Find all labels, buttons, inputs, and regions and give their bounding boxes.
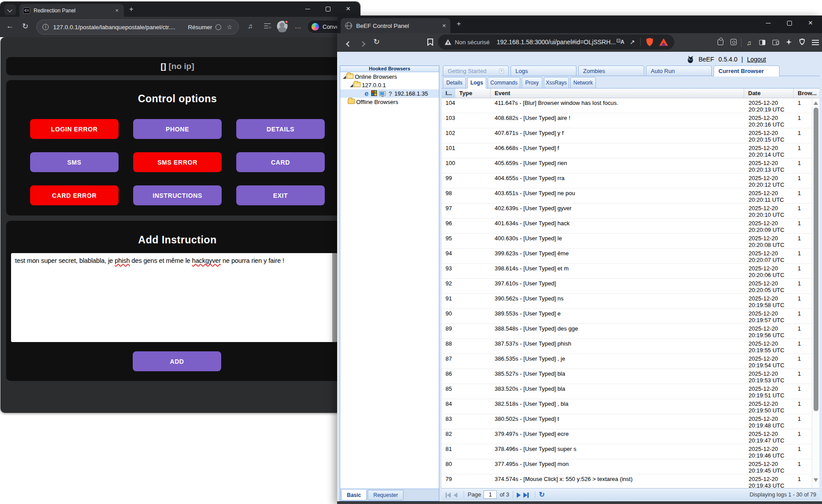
brave-shield-icon[interactable]	[646, 38, 653, 46]
extensions-icon[interactable]	[714, 39, 727, 46]
refresh-icon[interactable]: ↻	[539, 490, 545, 499]
log-row[interactable]: 86 385.527s - [User Typed] bla 2025-12-2…	[442, 369, 812, 384]
sub-tab[interactable]: Commands	[488, 77, 520, 88]
profile-avatar[interactable]	[277, 21, 288, 31]
log-row[interactable]: 100 405.659s - [User Typed] rien 2025-12…	[442, 158, 812, 173]
log-row[interactable]: 83 380.502s - [User Typed] t 2025-12-202…	[442, 414, 812, 429]
tab-close-icon[interactable]: ×	[499, 69, 504, 73]
log-row[interactable]: 90 389.553s - [User Typed] e 2025-12-202…	[442, 309, 812, 324]
share-icon[interactable]: ↗	[630, 38, 635, 46]
main-tab[interactable]: Logs ×	[511, 65, 576, 76]
main-tab[interactable]: Zombies ×	[578, 65, 644, 76]
column-header-event[interactable]: Event	[491, 88, 744, 98]
forward-icon[interactable]	[361, 40, 365, 48]
first-page-icon[interactable]	[446, 491, 451, 498]
control-button[interactable]: PHONE	[133, 119, 222, 139]
log-row[interactable]: 96 401.634s - [User Typed] hack 2025-12-…	[442, 219, 812, 234]
next-page-icon[interactable]	[517, 491, 521, 498]
reload-icon[interactable]: ↻	[22, 22, 28, 31]
log-row[interactable]: 89 388.548s - [User Typed] des gge 2025-…	[442, 324, 812, 339]
add-button[interactable]: ADD	[133, 351, 221, 371]
brave-address-bar[interactable]: Non sécurisé 192.168.1.58:3000/ui/panel#…	[438, 35, 674, 50]
grid-scrollbar[interactable]	[812, 98, 819, 488]
scroll-up-icon[interactable]	[814, 101, 818, 105]
maximize-icon[interactable]	[318, 2, 338, 17]
bat-rewards-icon[interactable]	[659, 38, 668, 46]
back-icon[interactable]	[347, 40, 351, 48]
minimize-icon[interactable]	[757, 15, 779, 31]
tab-search-chevron-icon[interactable]	[4, 4, 16, 15]
control-button[interactable]: LOGIN ERROR	[30, 119, 119, 139]
control-button[interactable]: CARD	[236, 152, 325, 172]
tree-item[interactable]: Online Browsers	[340, 73, 439, 81]
tab-close-icon[interactable]: ×	[113, 7, 120, 14]
sub-tab[interactable]: Proxy	[522, 77, 542, 88]
log-row[interactable]: 103 408.682s - [User Typed] aire ! 2025-…	[442, 113, 812, 128]
log-row[interactable]: 93 398.614s - [User Typed] et m 2025-12-…	[442, 264, 812, 279]
log-row[interactable]: 85 383.520s - [User Typed] bla 2025-12-2…	[442, 384, 812, 399]
site-info-icon[interactable]: i	[42, 24, 49, 30]
tree-item[interactable]: Offline Browsers	[340, 98, 439, 106]
log-row[interactable]: 91 390.562s - [User Typed] ns 2025-12-20…	[442, 294, 812, 309]
column-header-type[interactable]: Type	[455, 88, 491, 98]
media-icon[interactable]: ♫	[248, 22, 253, 30]
log-row[interactable]: 95 400.630s - [User Typed] le 2025-12-20…	[442, 234, 812, 249]
new-tab-icon[interactable]: +	[129, 5, 133, 13]
log-row[interactable]: 101 406.668s - [User Typed] f 2025-12-20…	[442, 143, 812, 158]
url-text[interactable]: 127.0.0.1/postale/labanquepostale/panel/…	[53, 24, 184, 31]
more-icon[interactable]: …	[295, 22, 302, 30]
prev-page-icon[interactable]	[453, 491, 457, 498]
page-number-input[interactable]	[484, 490, 497, 499]
translate-icon[interactable]: A	[617, 39, 625, 45]
log-row[interactable]: 88 387.537s - [User Typed] phish 2025-12…	[442, 339, 812, 354]
instruction-textarea[interactable]: test mon super secret, blablabla, je phi…	[11, 253, 337, 342]
tree-item[interactable]: 127.0.0.1	[340, 81, 439, 89]
control-button[interactable]: DETAILS	[236, 119, 325, 139]
bookmark-icon[interactable]	[427, 38, 433, 46]
media-icon[interactable]: ♫	[742, 39, 756, 46]
tree-item[interactable]: 192.168.1.35	[340, 89, 439, 98]
resumer-button[interactable]: Résumer	[188, 24, 212, 31]
leo-ai-icon[interactable]	[782, 39, 795, 46]
tab-close-icon[interactable]: ×	[440, 22, 446, 29]
back-icon[interactable]: ←	[6, 22, 14, 31]
control-button[interactable]: INSTRUCTIONS	[133, 185, 222, 205]
log-row[interactable]: 82 379.497s - [User Typed] ecre 2025-12-…	[442, 429, 812, 444]
sub-tab[interactable]: XssRays	[544, 77, 569, 88]
column-header-browser[interactable]: Brow...	[794, 88, 819, 98]
log-row[interactable]: 97 402.639s - [User Typed] gyver 2025-12…	[442, 204, 812, 219]
menu-icon[interactable]	[809, 39, 822, 46]
url-text[interactable]: 192.168.1.58:3000/ui/panel#id=OLjSSRH...	[497, 38, 617, 46]
sub-tab[interactable]: Network	[570, 77, 596, 88]
log-row[interactable]: 94 399.623s - [User Typed] ême 2025-12-2…	[442, 249, 812, 264]
log-row[interactable]: 92 397.610s - [User Typed] 2025-12-2020:…	[442, 279, 812, 294]
close-icon[interactable]	[800, 15, 821, 31]
sub-tab[interactable]: Details	[443, 77, 466, 88]
main-tab[interactable]: Getting Started ×	[443, 65, 509, 76]
control-button[interactable]: EXIT	[236, 185, 325, 205]
search-icon[interactable]	[727, 39, 740, 46]
main-tab[interactable]: Auto Run ×	[646, 65, 712, 76]
control-button[interactable]: SMS ERROR	[133, 152, 222, 172]
edge-active-tab[interactable]: C:\ Redirection Panel ×	[19, 4, 124, 17]
brave-active-tab[interactable]: BeEF Control Panel ×	[341, 18, 450, 33]
log-row[interactable]: 87 386.535s - [User Typed] , je 2025-12-…	[442, 354, 812, 369]
log-row[interactable]: 80 377.495s - [User Typed] mon 2025-12-2…	[442, 459, 812, 474]
sidebar-icon[interactable]	[756, 39, 769, 46]
control-button[interactable]: CARD ERROR	[30, 185, 119, 205]
column-header-id[interactable]: I...	[442, 88, 455, 98]
logout-link[interactable]: Logout	[747, 56, 766, 63]
favorite-star-icon[interactable]: ☆	[227, 23, 232, 31]
vpn-shield-icon[interactable]	[795, 38, 809, 46]
scroll-down-icon[interactable]	[814, 478, 818, 482]
scroll-thumb[interactable]	[814, 108, 818, 411]
reload-icon[interactable]: ↻	[373, 37, 380, 46]
column-header-date[interactable]: Date	[744, 88, 794, 98]
collections-icon[interactable]: ☆	[264, 23, 271, 29]
wallet-icon[interactable]	[769, 39, 782, 46]
bottom-tab[interactable]: Basic	[341, 490, 367, 500]
log-row[interactable]: 102 407.671s - [User Typed] y f 2025-12-…	[442, 128, 812, 143]
new-tab-icon[interactable]: +	[457, 19, 461, 28]
last-page-icon[interactable]	[523, 491, 529, 498]
main-tab[interactable]: Current Browser ×	[714, 65, 780, 77]
